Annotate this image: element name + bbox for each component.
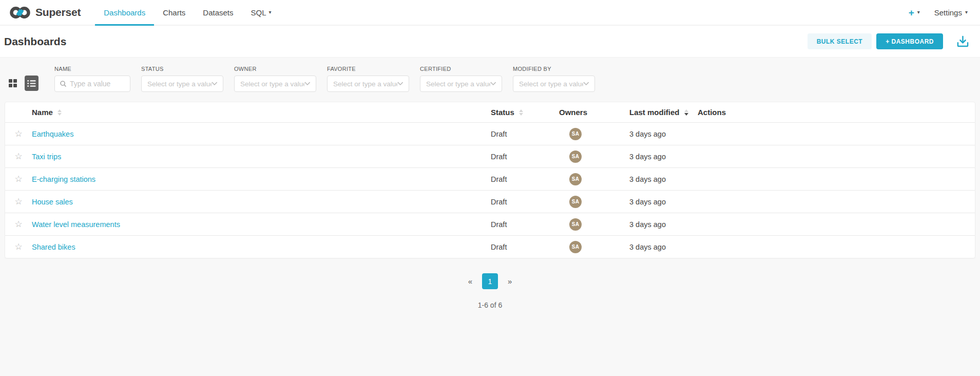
- favorite-star-icon[interactable]: ☆: [14, 175, 22, 183]
- column-header-name-label: Name: [32, 108, 53, 117]
- column-header-status[interactable]: Status: [491, 108, 559, 117]
- import-dashboard-icon[interactable]: [956, 34, 970, 48]
- caret-down-icon: ▾: [917, 10, 920, 15]
- pagination-page-1[interactable]: 1: [482, 273, 498, 289]
- chevron-down-icon: [212, 82, 218, 86]
- table-row: ☆ Earthquakes Draft SA 3 days ago: [5, 122, 975, 145]
- nav-datasets[interactable]: Datasets: [194, 0, 242, 25]
- modified-by-select[interactable]: Select or type a value: [513, 76, 595, 92]
- status-text: Draft: [491, 198, 507, 206]
- status-text: Draft: [491, 153, 507, 161]
- nav-sql[interactable]: SQL ▾: [242, 0, 280, 25]
- certified-select-placeholder: Select or type a value: [426, 80, 490, 88]
- filter-bar: NAME STATUS Select or type a value: [0, 58, 980, 92]
- column-header-name[interactable]: Name: [32, 108, 491, 117]
- grid-view-icon: [9, 79, 17, 87]
- page-header: Dashboards BULK SELECT + DASHBOARD: [0, 26, 980, 58]
- favorite-star-icon[interactable]: ☆: [14, 197, 22, 206]
- favorite-select[interactable]: Select or type a value: [327, 76, 409, 92]
- filter-status: STATUS Select or type a value: [141, 66, 223, 92]
- chevron-down-icon: [397, 82, 403, 86]
- settings-label: Settings: [934, 8, 962, 17]
- column-header-last-modified[interactable]: Last modified: [629, 108, 698, 117]
- settings-menu-button[interactable]: Settings ▾: [934, 8, 968, 17]
- bulk-select-button[interactable]: BULK SELECT: [808, 33, 872, 49]
- dashboard-link[interactable]: Shared bikes: [32, 243, 75, 251]
- sort-desc-icon: [684, 109, 688, 116]
- name-search-box: [54, 76, 130, 92]
- status-text: Draft: [491, 220, 507, 229]
- favorite-select-placeholder: Select or type a value: [333, 80, 397, 88]
- dashboard-link[interactable]: Earthquakes: [32, 130, 73, 138]
- favorite-star-icon[interactable]: ☆: [14, 242, 22, 251]
- list-view-icon: [27, 80, 36, 87]
- table-row: ☆ Water level measurements Draft SA 3 da…: [5, 213, 975, 235]
- dashboard-link[interactable]: Water level measurements: [32, 220, 120, 229]
- favorite-star-icon[interactable]: ☆: [14, 152, 22, 161]
- owner-avatar[interactable]: SA: [569, 151, 582, 163]
- plus-icon: +: [909, 8, 914, 17]
- owner-avatar[interactable]: SA: [569, 128, 582, 140]
- column-header-actions-label: Actions: [698, 108, 726, 117]
- owner-avatar[interactable]: SA: [569, 241, 582, 253]
- column-header-last-modified-label: Last modified: [629, 108, 680, 117]
- owner-select[interactable]: Select or type a value: [234, 76, 316, 92]
- status-select[interactable]: Select or type a value: [141, 76, 223, 92]
- chevron-down-icon: [490, 82, 496, 86]
- table-row: ☆ Taxi trips Draft SA 3 days ago: [5, 145, 975, 167]
- superset-logo[interactable]: Superset: [0, 0, 95, 25]
- view-toggles: [8, 76, 39, 91]
- dashboard-link[interactable]: Taxi trips: [32, 153, 61, 161]
- content: NAME STATUS Select or type a value: [0, 58, 980, 309]
- filter-name-label: NAME: [54, 66, 130, 72]
- status-text: Draft: [491, 243, 507, 251]
- nav-datasets-label: Datasets: [203, 8, 233, 17]
- card-view-toggle[interactable]: [8, 78, 18, 88]
- table-row: ☆ Shared bikes Draft SA 3 days ago: [5, 235, 975, 258]
- owner-avatar[interactable]: SA: [569, 173, 582, 185]
- status-text: Draft: [491, 175, 507, 183]
- new-menu-button[interactable]: + ▾: [909, 8, 920, 17]
- list-view-toggle[interactable]: [25, 76, 39, 91]
- favorite-star-icon[interactable]: ☆: [14, 220, 22, 229]
- filter-favorite: FAVORITE Select or type a value: [327, 66, 409, 92]
- pagination-prev-button[interactable]: «: [465, 275, 475, 288]
- nav-charts[interactable]: Charts: [154, 0, 194, 25]
- last-modified-text: 3 days ago: [629, 175, 666, 183]
- filter-certified: CERTIFIED Select or type a value: [420, 66, 502, 92]
- dashboard-link[interactable]: House sales: [32, 198, 73, 206]
- nav-sql-label: SQL: [251, 8, 266, 17]
- nav-dashboards[interactable]: Dashboards: [95, 0, 154, 25]
- navbar-right: + ▾ Settings ▾: [909, 0, 980, 25]
- table-row: ☆ House sales Draft SA 3 days ago: [5, 190, 975, 213]
- column-header-owners: Owners: [559, 108, 629, 117]
- column-header-actions: Actions: [698, 108, 975, 117]
- column-header-owners-label: Owners: [559, 108, 587, 117]
- filter-modified-by: MODIFIED BY Select or type a value: [513, 66, 595, 92]
- certified-select[interactable]: Select or type a value: [420, 76, 502, 92]
- dashboard-link[interactable]: E-charging stations: [32, 175, 95, 183]
- dashboards-table: Name Status Owners Last modified Actions…: [5, 102, 975, 258]
- nav-charts-label: Charts: [163, 8, 185, 17]
- main-nav: Dashboards Charts Datasets SQL ▾: [95, 0, 280, 25]
- header-actions: BULK SELECT + DASHBOARD: [808, 33, 970, 49]
- last-modified-text: 3 days ago: [629, 198, 666, 206]
- owner-avatar[interactable]: SA: [569, 196, 582, 208]
- add-dashboard-button[interactable]: + DASHBOARD: [876, 33, 943, 49]
- filter-certified-label: CERTIFIED: [420, 66, 502, 72]
- table-header-row: Name Status Owners Last modified Actions: [5, 102, 975, 122]
- brand-name: Superset: [35, 6, 81, 18]
- name-search-input[interactable]: [70, 80, 126, 88]
- pagination-next-button[interactable]: »: [505, 275, 515, 288]
- chevron-down-icon: [583, 82, 589, 86]
- owner-avatar[interactable]: SA: [569, 218, 582, 231]
- owner-select-placeholder: Select or type a value: [240, 80, 304, 88]
- last-modified-text: 3 days ago: [629, 130, 666, 138]
- filters: NAME STATUS Select or type a value: [54, 66, 595, 92]
- last-modified-text: 3 days ago: [629, 153, 666, 161]
- favorite-star-icon[interactable]: ☆: [14, 129, 22, 138]
- caret-down-icon: ▾: [965, 10, 968, 15]
- sort-icon: [57, 109, 62, 116]
- search-icon: [60, 80, 67, 87]
- last-modified-text: 3 days ago: [629, 243, 666, 251]
